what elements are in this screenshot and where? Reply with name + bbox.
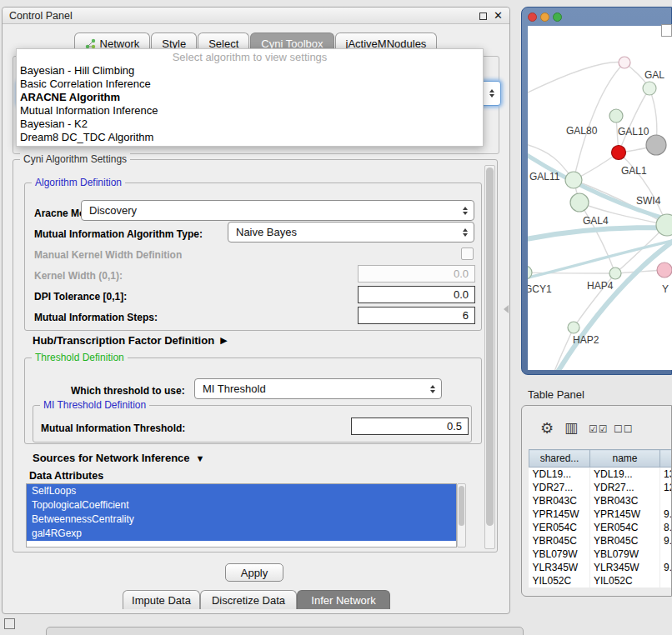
control-panel-titlebar: Control Panel ✕: [3, 8, 509, 24]
node-label-hap4: HAP4: [587, 280, 614, 292]
cell: 8.: [660, 521, 672, 534]
network-node[interactable]: [609, 109, 623, 122]
mi-steps-input[interactable]: 6: [358, 307, 475, 324]
combobox-stepper-icon: [489, 89, 494, 98]
cell: YPR145W: [529, 508, 590, 521]
mi-steps-label: Mutual Information Steps:: [34, 312, 158, 323]
tab-discretize-data-label: Discretize Data: [212, 594, 285, 607]
aracne-mode-combobox[interactable]: Discovery: [81, 200, 474, 221]
network-node[interactable]: [565, 172, 582, 188]
kernel-width-input[interactable]: 0.0: [358, 265, 475, 282]
network-node-pink[interactable]: [657, 262, 672, 278]
column-header-shared-name[interactable]: shared...: [529, 450, 590, 468]
settings-scrollbar[interactable]: [484, 165, 495, 549]
mi-type-combobox[interactable]: Naive Bayes: [228, 222, 474, 242]
dropdown-item[interactable]: Mutual Information Inference: [17, 104, 483, 118]
attribute-item[interactable]: gal4RGexp: [27, 527, 456, 541]
node-label-gal: GAL: [644, 69, 664, 81]
table-row[interactable]: YPR145W YPR145W 9.: [529, 508, 672, 521]
settings-scrollbar-thumb[interactable]: [486, 168, 494, 526]
table-row[interactable]: YBL079W YBL079W: [529, 548, 672, 561]
gear-icon[interactable]: ⚙: [540, 419, 554, 438]
node-label-gal11: GAL11: [529, 171, 560, 182]
dropdown-item[interactable]: Bayesian - Hill Climbing: [17, 64, 483, 78]
close-icon[interactable]: ✕: [494, 9, 503, 22]
hub-definition-expander[interactable]: Hub/Transcription Factor Definition ▶: [33, 334, 228, 347]
minimize-traffic-light[interactable]: [540, 12, 549, 22]
mi-threshold-value: 0.5: [447, 420, 462, 432]
network-node-red[interactable]: [612, 146, 626, 160]
cell: [660, 548, 672, 561]
network-node-gray[interactable]: [646, 135, 666, 155]
attributes-scrollbar[interactable]: [457, 483, 466, 548]
attribute-item[interactable]: TopologicalCoefficient: [27, 498, 456, 512]
node-label-gal4: GAL4: [583, 215, 609, 227]
columns-icon[interactable]: ▥: [564, 419, 578, 437]
cell: YDR27...: [529, 481, 590, 494]
table-row[interactable]: YLR345W YLR345W 9.: [529, 561, 672, 574]
sources-label: Sources for Network Inference: [33, 452, 190, 464]
attributes-scrollbar-thumb[interactable]: [459, 486, 464, 526]
close-traffic-light[interactable]: [528, 12, 537, 22]
table-row[interactable]: YIL052C YIL052C: [529, 574, 672, 588]
apply-button[interactable]: Apply: [225, 563, 283, 582]
mi-threshold-input[interactable]: 0.5: [351, 418, 469, 435]
network-node[interactable]: [609, 268, 621, 279]
table-row[interactable]: YBR045C YBR045C 9.: [529, 534, 672, 548]
column-header-partial[interactable]: [660, 450, 672, 468]
threshold-definition-title: Threshold Definition: [32, 352, 128, 363]
dropdown-item[interactable]: Dream8 DC_TDC Algorithm: [17, 131, 483, 144]
table-header-row: shared... name: [529, 450, 672, 468]
which-threshold-label: Which threshold to use:: [71, 385, 185, 397]
network-canvas[interactable]: GAL GAL80 GAL10 GAL11 GAL1 SWI4 GAL4 GCY…: [528, 26, 672, 370]
manual-kernel-checkbox[interactable]: [461, 248, 474, 260]
apply-button-label: Apply: [241, 567, 268, 579]
minimized-panel-icon[interactable]: [4, 618, 15, 629]
network-node[interactable]: [619, 57, 630, 68]
tab-infer-network-label: Infer Network: [311, 594, 375, 607]
network-node[interactable]: [643, 82, 656, 95]
network-node[interactable]: [568, 322, 579, 333]
table-row[interactable]: YDR27... YDR27... 12: [529, 481, 672, 494]
window-title: Control Panel: [9, 10, 73, 22]
cell: YBR045C: [590, 534, 660, 548]
cell: 9.: [660, 508, 672, 521]
which-threshold-combobox[interactable]: MI Threshold: [194, 378, 442, 399]
attribute-item[interactable]: BetweennessCentrality: [27, 512, 456, 527]
combobox-stepper-icon: [463, 207, 468, 215]
birdseye-toggle[interactable]: [661, 24, 672, 37]
cell: 13: [660, 468, 672, 481]
dropdown-item-selected[interactable]: ARACNE Algorithm: [17, 91, 483, 104]
network-node-labels: GAL GAL80 GAL10 GAL11 GAL1 SWI4 GAL4 GCY…: [528, 69, 669, 346]
cell: YBR043C: [529, 494, 590, 508]
cell: YBL079W: [590, 548, 660, 561]
expand-right-icon: ▶: [220, 335, 227, 346]
tab-discretize-data[interactable]: Discretize Data: [200, 590, 297, 609]
deselect-all-checkboxes-icon[interactable]: ☐☐: [614, 423, 634, 435]
dpi-tolerance-input[interactable]: 0.0: [358, 286, 475, 303]
algorithm-dropdown-list: Select algorithm to view settings Bayesi…: [16, 48, 484, 147]
column-header-name[interactable]: name: [590, 450, 660, 468]
select-all-checkboxes-icon[interactable]: ☑☑: [589, 423, 609, 435]
zoom-traffic-light[interactable]: [553, 12, 562, 22]
control-panel-window: Control Panel ✕ Network Style Select Cyn…: [2, 7, 510, 614]
cell: YDL19...: [590, 468, 660, 481]
attribute-item[interactable]: SelfLoops: [27, 484, 456, 498]
dropdown-prompt: Select algorithm to view settings: [17, 51, 483, 64]
network-node[interactable]: [570, 193, 589, 212]
tab-infer-network[interactable]: Infer Network: [297, 590, 390, 609]
table-row[interactable]: YER054C YER054C 8.: [529, 521, 672, 534]
cell: YIL052C: [590, 574, 660, 588]
collapsed-bottom-panel[interactable]: [46, 627, 524, 635]
dropdown-item[interactable]: Bayesian - K2: [17, 118, 483, 131]
sources-expander[interactable]: Sources for Network Inference ▼: [33, 452, 204, 464]
dropdown-item[interactable]: Basic Correlation Inference: [17, 78, 483, 91]
float-window-icon[interactable]: [479, 12, 487, 20]
table-row[interactable]: YDL19... YDL19... 13: [529, 468, 672, 481]
splitter-grip[interactable]: [504, 305, 509, 313]
table-row[interactable]: YBR043C YBR043C: [529, 494, 672, 508]
cell: YIL052C: [529, 574, 590, 588]
tab-impute-data[interactable]: Impute Data: [123, 590, 200, 609]
algorithm-definition-title: Algorithm Definition: [32, 177, 125, 188]
mi-steps-value: 6: [463, 309, 469, 322]
